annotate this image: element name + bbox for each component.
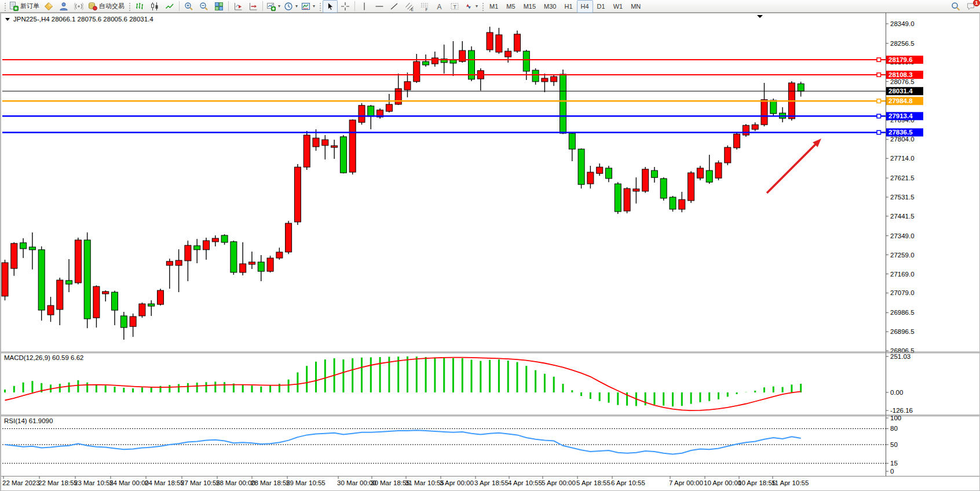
svg-text:27913.4: 27913.4 xyxy=(888,112,913,119)
auto-scroll-icon xyxy=(233,2,243,11)
macd-label: MACD(12,26,9) 60.59 6.62 xyxy=(4,354,83,361)
svg-text:27349.0: 27349.0 xyxy=(890,232,915,239)
toolbar-separator xyxy=(354,1,355,11)
price-chart[interactable]: JPN225-,H4 28066.1 28075.6 28005.6 28031… xyxy=(1,13,979,490)
candlestick-chart-button[interactable] xyxy=(147,0,162,13)
chart-shift-icon xyxy=(248,2,258,11)
trendline-button[interactable] xyxy=(387,0,402,13)
line-chart-button[interactable] xyxy=(162,0,177,13)
vertical-line-icon xyxy=(360,2,369,11)
svg-text:28179.6: 28179.6 xyxy=(888,56,913,63)
svg-text:5 Apr 18:55: 5 Apr 18:55 xyxy=(576,479,610,486)
zoom-in-button[interactable] xyxy=(181,0,196,13)
crosshair-button[interactable] xyxy=(338,0,353,13)
auto-scroll-button[interactable] xyxy=(231,0,246,13)
search-icon xyxy=(951,2,960,11)
notifications-button[interactable]: 1 xyxy=(963,0,978,13)
zoom-out-icon xyxy=(199,2,209,11)
date-axis[interactable]: 22 Mar 202322 Mar 18:5523 Mar 10:5524 Ma… xyxy=(1,477,979,487)
equidistant-channel-button[interactable]: E xyxy=(402,0,417,13)
toolbar-drag-handle[interactable] xyxy=(128,2,130,11)
chevron-down-icon[interactable]: ▾ xyxy=(295,3,298,9)
indicators-button[interactable]: ▾ xyxy=(265,0,282,13)
svg-text:27621.5: 27621.5 xyxy=(890,174,915,181)
profile-icon xyxy=(59,2,68,11)
signal-icon xyxy=(74,2,83,11)
timeframe-h1-button[interactable]: H1 xyxy=(560,0,576,13)
timeframe-m15-button-label: M15 xyxy=(521,3,538,10)
svg-text:28256.5: 28256.5 xyxy=(890,40,915,47)
timeframe-h4-button-label: H4 xyxy=(579,3,591,10)
svg-text:29 Mar 10:55: 29 Mar 10:55 xyxy=(286,479,326,486)
zoom-out-button[interactable] xyxy=(196,0,211,13)
channel-icon: E xyxy=(405,2,414,11)
toolbar-drag-handle[interactable] xyxy=(3,2,6,11)
timeframe-m5-button[interactable]: M5 xyxy=(502,0,519,13)
svg-text:100: 100 xyxy=(890,414,901,421)
arrow-annotation[interactable] xyxy=(767,139,821,193)
timeframe-m1-button[interactable]: M1 xyxy=(485,0,502,13)
chart-menu-arrow-icon[interactable] xyxy=(5,18,10,21)
svg-text:28 Mar 00:00: 28 Mar 00:00 xyxy=(216,479,255,486)
svg-text:E: E xyxy=(411,7,414,11)
toolbar-separator xyxy=(262,1,263,11)
search-button[interactable] xyxy=(948,0,963,13)
svg-text:80: 80 xyxy=(890,425,898,432)
toolbar-drag-handle[interactable] xyxy=(319,2,321,11)
periods-button[interactable]: ▾ xyxy=(282,0,299,13)
new-order-button[interactable]: 新订单 xyxy=(8,0,41,13)
vertical-line-button[interactable] xyxy=(357,0,372,13)
timeframe-w1-button[interactable]: W1 xyxy=(609,0,627,13)
svg-text:27836.5: 27836.5 xyxy=(888,129,913,136)
cursor-icon xyxy=(326,2,335,11)
chevron-down-icon[interactable]: ▾ xyxy=(313,3,315,9)
auto-trading-icon xyxy=(88,2,97,11)
svg-text:27804.0: 27804.0 xyxy=(890,136,915,143)
svg-text:11 Apr 10:55: 11 Apr 10:55 xyxy=(771,479,809,486)
arrows-button[interactable]: ▾ xyxy=(462,0,480,13)
auto-trading-button-label: 自动交易 xyxy=(99,2,125,10)
svg-text:22 Mar 2023: 22 Mar 2023 xyxy=(2,479,40,486)
candlestick-icon xyxy=(150,2,159,11)
svg-text:27531.5: 27531.5 xyxy=(890,194,915,201)
svg-text:30 Mar 18:55: 30 Mar 18:55 xyxy=(371,479,410,486)
timeframe-m5-button-label: M5 xyxy=(504,3,517,10)
chevron-down-icon[interactable]: ▾ xyxy=(476,3,478,9)
cursor-button[interactable] xyxy=(323,0,338,13)
toolbar-drag-handle[interactable] xyxy=(481,2,484,11)
bar-chart-button[interactable] xyxy=(132,0,147,13)
timeframe-h4-button[interactable]: H4 xyxy=(577,0,593,13)
svg-text:6 Apr 10:55: 6 Apr 10:55 xyxy=(611,479,645,486)
text-button[interactable]: A xyxy=(432,0,447,13)
svg-text:27441.5: 27441.5 xyxy=(890,213,915,220)
svg-text:26896.5: 26896.5 xyxy=(890,328,915,335)
timeframe-m15-button[interactable]: M15 xyxy=(520,0,540,13)
templates-icon xyxy=(301,2,310,11)
signals-button[interactable] xyxy=(71,0,86,13)
timeframe-m30-button[interactable]: M30 xyxy=(540,0,560,13)
svg-text:0.00: 0.00 xyxy=(890,389,903,396)
timeframe-mn-button[interactable]: MN xyxy=(627,0,645,13)
profile-button[interactable] xyxy=(56,0,71,13)
chart-window[interactable]: JPN225-,H4 28066.1 28075.6 28005.6 28031… xyxy=(0,13,980,491)
chart-title: JPN225-,H4 28066.1 28075.6 28005.6 28031… xyxy=(13,16,153,23)
text-icon: A xyxy=(435,2,444,11)
scroll-end-marker-icon[interactable] xyxy=(757,15,763,18)
zoom-in-icon xyxy=(184,2,193,11)
horizontal-line-button[interactable] xyxy=(372,0,387,13)
svg-text:7 Apr 00:00: 7 Apr 00:00 xyxy=(669,479,703,486)
svg-text:0: 0 xyxy=(890,468,894,475)
fibonacci-button[interactable]: F xyxy=(417,0,432,13)
line-chart-icon xyxy=(165,2,174,11)
tile-windows-button[interactable] xyxy=(211,0,226,13)
rsi-panel: 1008050150RSI(14) 61.9090 xyxy=(2,414,901,475)
svg-text:23 Mar 10:55: 23 Mar 10:55 xyxy=(74,479,114,486)
templates-button[interactable]: ▾ xyxy=(299,0,317,13)
svg-text:10 Apr 18:55: 10 Apr 18:55 xyxy=(738,479,776,486)
chevron-down-icon[interactable]: ▾ xyxy=(278,3,280,9)
timeframe-d1-button[interactable]: D1 xyxy=(593,0,609,13)
text-label-button[interactable]: T xyxy=(447,0,462,13)
chart-shift-button[interactable] xyxy=(246,0,261,13)
market-watch-button[interactable] xyxy=(41,0,56,13)
auto-trading-button[interactable]: 自动交易 xyxy=(86,0,126,13)
